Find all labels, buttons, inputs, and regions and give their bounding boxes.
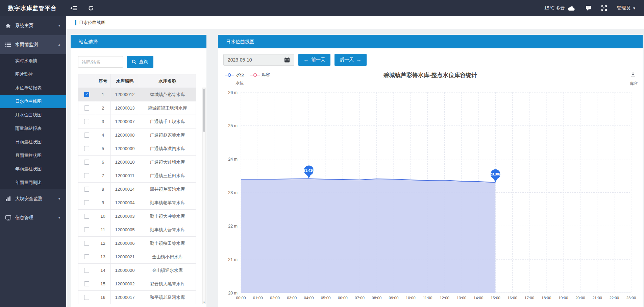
calendar-icon[interactable] — [284, 57, 290, 63]
cell-index: 7 — [95, 169, 111, 183]
svg-text:24 m: 24 m — [228, 157, 238, 162]
svg-text:03:00: 03:00 — [287, 296, 297, 300]
row-checkbox[interactable] — [84, 241, 89, 246]
row-checkbox[interactable] — [84, 133, 89, 138]
table-row[interactable]: 1312000021金山镇小街水库 — [78, 250, 196, 264]
svg-text:07:00: 07:00 — [355, 296, 365, 300]
table-row[interactable]: 1612000017和平镇老马河水库 — [78, 291, 196, 304]
sidebar-subitem-realtime-water-rain[interactable]: 实时水雨情 — [0, 54, 66, 68]
scrollbar-thumb[interactable] — [203, 89, 205, 132]
user-name: 管理员 — [617, 5, 631, 11]
sidebar-subitem-water-level-station-report[interactable]: 水位单站报表 — [0, 81, 66, 95]
cell-code: 12000007 — [111, 115, 139, 128]
station-search-input[interactable] — [78, 56, 123, 68]
user-dropdown[interactable]: 管理员 ▼ — [617, 5, 636, 11]
cell-index: 4 — [95, 128, 111, 142]
table-row[interactable]: ✓112000012碧城镇芦彩箐水库 — [78, 88, 196, 101]
row-checkbox[interactable] — [84, 119, 89, 124]
row-checkbox[interactable] — [84, 227, 89, 232]
sidebar-subitem-daily-rainfall-bar[interactable]: 日雨量柱状图 — [0, 135, 66, 149]
table-row[interactable]: 1412000020金山镇迎水水库 — [78, 264, 196, 277]
home-icon — [5, 23, 11, 29]
search-button[interactable]: 查询 — [127, 56, 153, 68]
table-row[interactable]: 412000008广通镇赵家箐水库 — [78, 128, 196, 142]
sidebar-subitem-yearly-rainfall-bar[interactable]: 年雨量柱状图 — [0, 162, 66, 176]
cell-code: 12000012 — [111, 88, 139, 101]
svg-text:17:00: 17:00 — [524, 296, 534, 300]
y-axis-name-right: 库容 — [630, 81, 638, 87]
row-checkbox[interactable] — [84, 295, 89, 300]
svg-text:13:00: 13:00 — [456, 296, 466, 300]
sidebar-subitem-image-monitoring[interactable]: 图片监控 — [0, 68, 66, 81]
sidebar-subitem-daily-water-level-curve[interactable]: 日水位曲线图 — [0, 95, 66, 108]
table-row[interactable]: 712000011广通镇三丘田水库 — [78, 169, 196, 183]
table-row[interactable]: 1012000003勤丰镇大冲箐水库 — [78, 210, 196, 223]
svg-text:11:00: 11:00 — [423, 296, 432, 300]
cell-name: 勤丰镇大营箐水库 — [139, 223, 196, 237]
table-row[interactable]: 1212000006勤丰镇秧田箐水库 — [78, 237, 196, 250]
cell-code: 12000003 — [111, 210, 139, 223]
sidebar-subitem-monthly-water-level-curve[interactable]: 月水位曲线图 — [0, 108, 66, 122]
cell-index: 9 — [95, 196, 111, 210]
row-checkbox[interactable]: ✓ — [84, 92, 89, 97]
row-checkbox[interactable] — [84, 105, 89, 111]
row-checkbox[interactable] — [84, 146, 89, 151]
row-checkbox[interactable] — [84, 281, 89, 286]
row-checkbox[interactable] — [84, 268, 89, 273]
message-icon[interactable] — [586, 5, 591, 11]
svg-text:04:00: 04:00 — [304, 296, 314, 300]
cell-checkbox — [78, 169, 95, 183]
cell-index: 10 — [95, 210, 111, 223]
cell-index: 15 — [95, 277, 111, 291]
menu-collapse-icon[interactable] — [70, 5, 77, 11]
row-checkbox[interactable] — [84, 187, 89, 192]
table-row[interactable]: 312000007广通镇千工坝水库 — [78, 115, 196, 128]
next-day-button[interactable]: 后一天 → — [335, 54, 367, 66]
table-row[interactable]: 1112000005勤丰镇大营箐水库 — [78, 223, 196, 237]
table-row[interactable]: 212000013碧城镇梁王坝河水库 — [78, 101, 196, 115]
row-checkbox[interactable] — [84, 254, 89, 259]
scrollbar-down-arrow[interactable]: ▼ — [203, 301, 205, 304]
row-checkbox[interactable] — [84, 200, 89, 205]
prev-day-button[interactable]: ← 前一天 — [298, 54, 330, 66]
sidebar-item-info-management[interactable]: 信息管理▼ — [0, 208, 66, 227]
download-icon[interactable] — [630, 71, 636, 78]
sidebar-item-dam-safety-monitoring[interactable]: 大坝安全监测▼ — [0, 189, 66, 208]
refresh-icon[interactable] — [88, 5, 94, 11]
fullscreen-icon[interactable] — [601, 5, 607, 11]
sidebar-subitem-monthly-rainfall-bar[interactable]: 月雨量柱状图 — [0, 149, 66, 162]
sidebar-item-label: 大坝安全监测 — [15, 196, 43, 202]
table-row[interactable]: 1512000002彩云镇大黑箐水库 — [78, 277, 196, 291]
table-scrollbar[interactable]: ▼ — [202, 88, 206, 304]
cell-code: 12000010 — [111, 156, 139, 169]
cell-checkbox — [78, 210, 95, 223]
sidebar-item-label: 系统主页 — [15, 23, 33, 29]
table-row[interactable]: 612000010广通镇大过坝水库 — [78, 156, 196, 169]
cell-code: 12000013 — [111, 101, 139, 115]
table-row[interactable]: 812000014黑井镇芹菜沟水库 — [78, 183, 196, 196]
row-checkbox[interactable] — [84, 173, 89, 178]
sidebar-item-water-rain-monitoring[interactable]: 水雨情监测▲ — [0, 35, 66, 54]
app-title: 数字水库监管平台 — [8, 4, 57, 12]
chevron-down-icon: ▼ — [58, 24, 61, 27]
weather-text: 15℃ 多云 — [544, 5, 565, 11]
svg-text:20:00: 20:00 — [575, 296, 585, 300]
area-fill — [241, 179, 495, 293]
breadcrumb-label: 日水位曲线图 — [79, 20, 105, 26]
cell-code: 12000011 — [111, 169, 139, 183]
sidebar-subitem-rainfall-station-report[interactable]: 雨量单站报表 — [0, 122, 66, 135]
date-picker[interactable]: 2023-05-10 — [223, 54, 294, 66]
table-row[interactable]: 512000009广通镇革洪闸水库 — [78, 142, 196, 156]
sidebar-subitem-yearly-rainfall-compare[interactable]: 年雨量同期比 — [0, 176, 66, 189]
monitor-icon — [5, 215, 11, 221]
cell-code: 12000006 — [111, 237, 139, 250]
row-checkbox[interactable] — [84, 214, 89, 219]
cell-index: 14 — [95, 264, 111, 277]
svg-text:18:00: 18:00 — [542, 296, 551, 300]
table-row[interactable]: 912000004勤丰镇老羊箐水库 — [78, 196, 196, 210]
cell-index: 16 — [95, 291, 111, 304]
sidebar-item-system-home[interactable]: 系统主页▼ — [0, 16, 66, 35]
row-checkbox[interactable] — [84, 160, 89, 165]
svg-text:21 m: 21 m — [228, 257, 238, 262]
station-table: 序号 水库编码 水库名称 ✓112000012碧城镇芦彩箐水库212000013… — [78, 74, 196, 304]
